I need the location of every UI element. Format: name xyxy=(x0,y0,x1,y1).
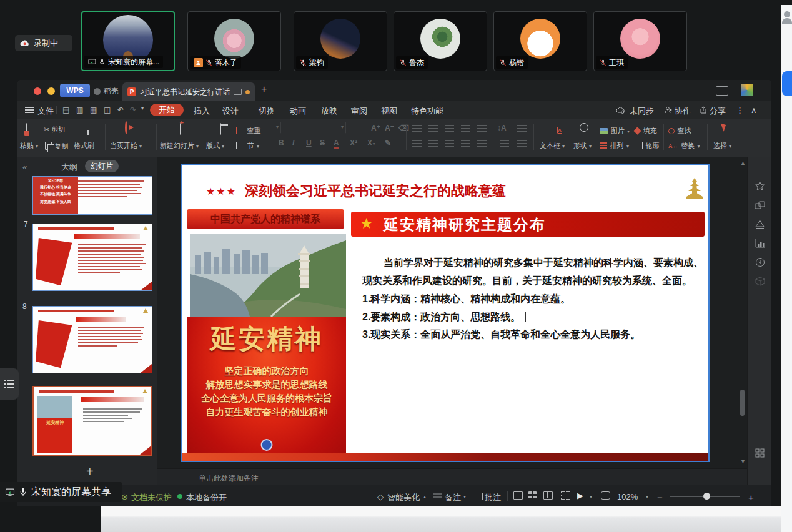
zoom-in-button[interactable]: + xyxy=(748,492,754,503)
notes-caret-icon[interactable]: ▾ xyxy=(463,494,466,500)
scroll-down-icon[interactable]: ▼ xyxy=(740,458,746,465)
slide-scrollbar[interactable]: ▲ ▼ xyxy=(740,160,745,466)
tab-home[interactable]: 开始 xyxy=(150,104,184,116)
increase-indent-icon[interactable] xyxy=(461,125,470,132)
slide-thumbnail-9-selected[interactable]: 延安精神 xyxy=(32,386,152,456)
close-window-button[interactable] xyxy=(34,87,41,95)
current-slide[interactable]: ★★★ 深刻领会习近平总书记延安之行的战略意蕴 中国共产党人的精神谱系 延安精神 xyxy=(181,164,710,462)
materials-icon[interactable] xyxy=(755,220,765,229)
add-slide-button[interactable]: + xyxy=(86,465,94,479)
backup-status[interactable]: 本地备份开 xyxy=(186,492,227,503)
font-size-select[interactable] xyxy=(345,122,346,134)
fit-screen-icon[interactable] xyxy=(601,491,610,500)
tab-slideshow[interactable]: 放映 xyxy=(321,106,337,117)
menu-file[interactable]: 文件 xyxy=(37,106,54,117)
zoom-caret-icon[interactable]: ▾ xyxy=(646,494,648,500)
participants-panel-icon[interactable] xyxy=(784,11,790,17)
strikethrough-button[interactable]: S xyxy=(320,139,325,147)
chart-tool-icon[interactable] xyxy=(755,239,765,248)
numbered-list-icon[interactable] xyxy=(428,125,438,132)
print-preview-icon[interactable]: ◫ xyxy=(104,106,111,114)
slide-thumbnail-7[interactable] xyxy=(32,224,152,291)
notes-toggle-icon[interactable] xyxy=(433,493,442,500)
subscript-button[interactable]: X₂ xyxy=(367,139,375,147)
tab-animation[interactable]: 动画 xyxy=(290,106,306,117)
find-button[interactable]: 查找 xyxy=(668,124,691,135)
play-caret-icon[interactable]: ▾ xyxy=(590,494,592,500)
format-painter-button[interactable]: 格式刷 xyxy=(74,141,94,150)
tab-view[interactable]: 视图 xyxy=(381,106,397,117)
outline-button[interactable]: 轮廓 xyxy=(635,139,659,150)
autofit-icon[interactable] xyxy=(517,140,527,147)
redo-icon[interactable]: ↷ xyxy=(130,106,136,114)
font-name-select[interactable] xyxy=(280,122,281,134)
slideshow-play-button[interactable]: ▶ xyxy=(577,491,583,500)
tab-review[interactable]: 审阅 xyxy=(351,106,367,117)
select-icon[interactable] xyxy=(721,122,728,132)
comment-button[interactable]: 批注 xyxy=(485,492,501,503)
justify-icon[interactable] xyxy=(461,140,470,147)
wps-vip-icon[interactable] xyxy=(741,84,753,96)
scroll-up-icon[interactable]: ▲ xyxy=(740,160,746,166)
minimize-window-button[interactable] xyxy=(47,87,55,95)
font-color-button[interactable]: A xyxy=(334,139,339,149)
slide-thumbnail-partial[interactable]: 坚守理想 践行初心 担当使命 不怕牺牲 英勇斗争 对党忠诚 不负人民 xyxy=(32,176,152,215)
sync-status[interactable]: 未同步 xyxy=(630,106,654,117)
view-read-icon[interactable] xyxy=(543,491,553,500)
line-spacing-icon[interactable] xyxy=(477,125,487,132)
zoom-level[interactable]: 102% xyxy=(617,492,638,501)
tab-design[interactable]: 设计 xyxy=(222,106,239,117)
scrollbar-thumb[interactable] xyxy=(740,390,745,416)
wps-home-button[interactable]: WPS xyxy=(60,84,90,97)
tab-document[interactable]: P 习近平总书记延安之行讲话导读 xyxy=(122,82,255,101)
arrange-button[interactable]: 排列 ▾ xyxy=(600,139,629,150)
panel-drag-handle[interactable] xyxy=(0,368,19,400)
highlight-button[interactable]: ✎ xyxy=(385,139,391,147)
bullet-list-icon[interactable] xyxy=(412,125,422,132)
new-slide-button[interactable]: 新建幻灯片 ▾ xyxy=(160,141,199,150)
tab-insert[interactable]: 插入 xyxy=(194,106,210,117)
collapse-ribbon-icon[interactable]: ∧ xyxy=(751,106,757,115)
section-button[interactable]: 节 ▾ xyxy=(236,139,259,150)
cloud-sync-icon[interactable] xyxy=(616,106,625,114)
notes-bar[interactable]: 单击此处添加备注 xyxy=(157,468,747,485)
shapes-icon[interactable] xyxy=(580,123,588,132)
tab-slides[interactable]: 幻灯片 xyxy=(85,160,119,172)
vertical-align-icon[interactable] xyxy=(500,140,509,147)
copy-button[interactable]: 复制 xyxy=(45,140,68,151)
columns-icon[interactable] xyxy=(517,125,527,132)
participant-tile[interactable]: 梁钧 xyxy=(294,11,387,71)
tab-docer[interactable]: 稻壳 xyxy=(94,84,119,98)
save-icon[interactable]: ▤ xyxy=(62,106,69,114)
decrease-font-icon[interactable]: A⁻ xyxy=(385,124,394,132)
play-from-current-button[interactable]: 当页开始 ▾ xyxy=(110,141,142,150)
align-center-icon[interactable] xyxy=(428,140,438,147)
increase-font-icon[interactable]: A⁺ xyxy=(371,124,380,132)
layout-icon[interactable] xyxy=(220,123,221,135)
italic-button[interactable]: I xyxy=(292,139,294,147)
collaborate-label[interactable]: 协作 xyxy=(675,106,691,117)
zoom-slider-knob[interactable] xyxy=(703,493,710,500)
beautify-icon[interactable]: ◇ xyxy=(377,492,384,501)
participant-tile[interactable]: 杨锴 xyxy=(493,11,587,71)
collaborate-icon[interactable] xyxy=(665,106,672,114)
window-split-icon[interactable] xyxy=(716,86,728,96)
cut-button[interactable]: ✂ 剪切 xyxy=(44,125,65,134)
paste-button[interactable]: 粘贴 ▾ xyxy=(20,141,38,150)
participant-tile[interactable]: 蒋木子 xyxy=(187,11,281,71)
superscript-button[interactable]: X² xyxy=(350,139,357,147)
more-menu-icon[interactable]: ⋮ xyxy=(736,106,744,115)
replace-button[interactable]: A↔ 替换 ▾ xyxy=(668,139,700,150)
resources-box-icon[interactable] xyxy=(755,277,765,286)
undo-icon[interactable]: ↶ xyxy=(117,106,124,114)
view-sorter-icon[interactable] xyxy=(528,491,537,498)
participant-tile-active[interactable]: 宋知寰的屏幕... xyxy=(81,11,175,71)
print-icon[interactable]: ▦ xyxy=(90,106,97,114)
tab-outline[interactable]: 大纲 xyxy=(61,162,77,173)
download-tool-icon[interactable] xyxy=(755,257,765,267)
check-duplicate-button[interactable]: 查重 xyxy=(236,124,260,135)
picture-button[interactable]: 图片 ▾ xyxy=(600,124,630,135)
objects-icon[interactable] xyxy=(755,201,765,210)
new-tab-button[interactable]: + xyxy=(261,84,267,95)
align-left-icon[interactable] xyxy=(412,140,422,147)
